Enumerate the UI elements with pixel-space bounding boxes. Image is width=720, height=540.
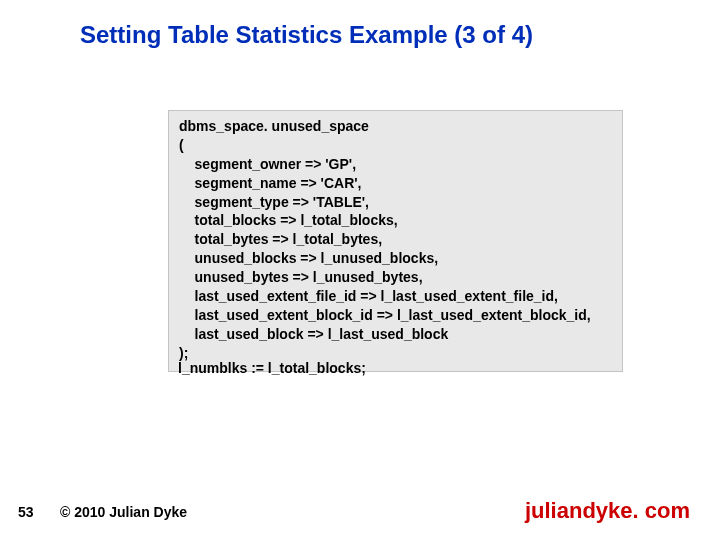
slide-title: Setting Table Statistics Example (3 of 4… <box>80 20 533 50</box>
post-code-line: l_numblks := l_total_blocks; <box>178 360 366 376</box>
site-url: juliandyke. com <box>525 498 690 524</box>
code-block: dbms_space. unused_space ( segment_owner… <box>168 110 623 372</box>
copyright-text: © 2010 Julian Dyke <box>60 504 187 520</box>
page-number: 53 <box>18 504 34 520</box>
